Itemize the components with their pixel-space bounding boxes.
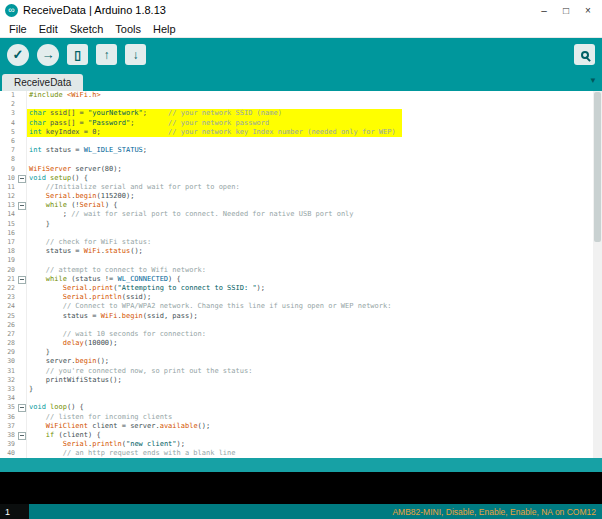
code-line[interactable]: 29 } bbox=[0, 348, 602, 357]
menu-bar: File Edit Sketch Tools Help bbox=[0, 20, 602, 38]
new-sketch-button[interactable]: ▯ bbox=[67, 44, 88, 65]
code-text: // wait 10 seconds for connection: bbox=[27, 330, 602, 339]
scrollbar-thumb[interactable] bbox=[594, 92, 601, 242]
code-line[interactable]: 39 Serial.println("new client"); bbox=[0, 440, 602, 449]
code-line[interactable]: 12 Serial.begin(115200); bbox=[0, 192, 602, 201]
fold-gutter bbox=[17, 109, 27, 118]
code-line[interactable]: 5int keyIndex = 0; // your network key I… bbox=[0, 128, 602, 137]
code-line[interactable]: 34 bbox=[0, 394, 602, 403]
code-line[interactable]: 1#include <WiFi.h> bbox=[0, 91, 602, 100]
code-line[interactable]: 9WiFiServer server(80); bbox=[0, 165, 602, 174]
code-text: Serial.print("Attempting to connect to S… bbox=[27, 284, 602, 293]
code-line[interactable]: 27 // wait 10 seconds for connection: bbox=[0, 330, 602, 339]
fold-gutter bbox=[17, 385, 27, 394]
code-text: } bbox=[27, 220, 602, 229]
open-button[interactable]: ↑ bbox=[96, 44, 117, 65]
code-line[interactable]: 35void loop() { bbox=[0, 403, 602, 412]
close-button[interactable]: × bbox=[579, 5, 597, 16]
code-text: Serial.println(ssid); bbox=[27, 293, 602, 302]
code-line[interactable]: 2 bbox=[0, 100, 602, 109]
code-line[interactable]: 8 bbox=[0, 155, 602, 164]
code-line[interactable]: 7int status = WL_IDLE_STATUS; bbox=[0, 146, 602, 155]
code-text: // Connect to WPA/WPA2 network. Change t… bbox=[27, 302, 602, 311]
code-line[interactable]: 36 // listen for incoming clients bbox=[0, 413, 602, 422]
code-text: server.begin(); bbox=[27, 357, 602, 366]
code-line[interactable]: 22 Serial.print("Attempting to connect t… bbox=[0, 284, 602, 293]
fold-gutter bbox=[17, 256, 27, 265]
verify-button[interactable]: ✓ bbox=[7, 44, 29, 66]
code-line[interactable]: 38 if (client) { bbox=[0, 431, 602, 440]
line-number: 7 bbox=[0, 146, 17, 155]
code-area: 1#include <WiFi.h>23char ssid[] = "yourN… bbox=[0, 91, 602, 458]
code-line[interactable]: 3char ssid[] = "yourNetwork"; // your ne… bbox=[0, 109, 602, 118]
code-text: // listen for incoming clients bbox=[27, 413, 602, 422]
menu-help[interactable]: Help bbox=[147, 23, 182, 35]
code-line[interactable]: 32 printWifiStatus(); bbox=[0, 376, 602, 385]
code-text bbox=[27, 100, 602, 109]
tab-menu-button[interactable]: ▼ bbox=[589, 76, 597, 85]
minimize-button[interactable]: – bbox=[535, 5, 553, 16]
menu-file[interactable]: File bbox=[3, 23, 33, 35]
fold-gutter bbox=[17, 146, 27, 155]
code-line[interactable]: 15 } bbox=[0, 220, 602, 229]
line-number: 16 bbox=[0, 229, 17, 238]
code-line[interactable]: 19 bbox=[0, 256, 602, 265]
menu-tools[interactable]: Tools bbox=[109, 23, 147, 35]
fold-marker-icon[interactable] bbox=[17, 403, 27, 412]
code-line[interactable]: 17 // check for WiFi status: bbox=[0, 238, 602, 247]
code-line[interactable]: 28 delay(10000); bbox=[0, 339, 602, 348]
code-line[interactable]: 37 WiFiClient client = server.available(… bbox=[0, 422, 602, 431]
down-arrow-icon: ↓ bbox=[133, 48, 139, 62]
code-line[interactable]: 30 server.begin(); bbox=[0, 357, 602, 366]
code-text: char ssid[] = "yourNetwork"; // your net… bbox=[27, 109, 602, 118]
code-line[interactable]: 4char pass[] = "Password"; // your netwo… bbox=[0, 119, 602, 128]
fold-marker-icon[interactable] bbox=[17, 174, 27, 183]
code-line[interactable]: 31 // you're connected now, so print out… bbox=[0, 367, 602, 376]
current-line-indicator: 1 bbox=[0, 504, 29, 519]
code-line[interactable]: 14 ; // wait for serial port to connect.… bbox=[0, 210, 602, 219]
code-line[interactable]: 10void setup() { bbox=[0, 174, 602, 183]
code-text: printWifiStatus(); bbox=[27, 376, 602, 385]
serial-monitor-button[interactable] bbox=[574, 44, 595, 65]
line-number: 34 bbox=[0, 394, 17, 403]
fold-gutter bbox=[17, 155, 27, 164]
save-button[interactable]: ↓ bbox=[125, 44, 146, 65]
fold-gutter bbox=[17, 321, 27, 330]
fold-gutter bbox=[17, 440, 27, 449]
code-editor[interactable]: 1#include <WiFi.h>23char ssid[] = "yourN… bbox=[0, 91, 602, 458]
fold-gutter bbox=[17, 210, 27, 219]
fold-gutter bbox=[17, 238, 27, 247]
maximize-button[interactable]: □ bbox=[557, 5, 575, 16]
code-line[interactable]: 20 // attempt to connect to Wifi network… bbox=[0, 266, 602, 275]
code-line[interactable]: 13 while (!Serial) { bbox=[0, 201, 602, 210]
fold-marker-icon[interactable] bbox=[17, 431, 27, 440]
menu-edit[interactable]: Edit bbox=[33, 23, 64, 35]
code-line[interactable]: 25 status = WiFi.begin(ssid, pass); bbox=[0, 312, 602, 321]
line-number: 6 bbox=[0, 137, 17, 146]
menu-sketch[interactable]: Sketch bbox=[64, 23, 110, 35]
code-line[interactable]: 33} bbox=[0, 385, 602, 394]
window-controls: – □ × bbox=[535, 5, 597, 16]
code-text: delay(10000); bbox=[27, 339, 602, 348]
fold-gutter bbox=[17, 192, 27, 201]
vertical-scrollbar[interactable] bbox=[593, 91, 602, 458]
code-line[interactable]: 18 status = WiFi.status(); bbox=[0, 247, 602, 256]
code-line[interactable]: 40 // an http request ends with a blank … bbox=[0, 449, 602, 458]
fold-gutter bbox=[17, 165, 27, 174]
line-number: 23 bbox=[0, 293, 17, 302]
upload-button[interactable]: → bbox=[37, 44, 59, 66]
status-bar: 1 AMB82-MINI, Disable, Enable, Enable, N… bbox=[0, 504, 602, 519]
code-line[interactable]: 21 while (status != WL_CONNECTED) { bbox=[0, 275, 602, 284]
tab-receivedata[interactable]: ReceiveData bbox=[2, 74, 83, 91]
code-line[interactable]: 6 bbox=[0, 137, 602, 146]
code-line[interactable]: 23 Serial.println(ssid); bbox=[0, 293, 602, 302]
line-number: 33 bbox=[0, 385, 17, 394]
fold-marker-icon[interactable] bbox=[17, 275, 27, 284]
code-line[interactable]: 16 bbox=[0, 229, 602, 238]
line-number: 5 bbox=[0, 128, 17, 137]
code-line[interactable]: 11 //Initialize serial and wait for port… bbox=[0, 183, 602, 192]
fold-marker-icon[interactable] bbox=[17, 201, 27, 210]
code-line[interactable]: 24 // Connect to WPA/WPA2 network. Chang… bbox=[0, 302, 602, 311]
line-number: 39 bbox=[0, 440, 17, 449]
code-line[interactable]: 26 bbox=[0, 321, 602, 330]
